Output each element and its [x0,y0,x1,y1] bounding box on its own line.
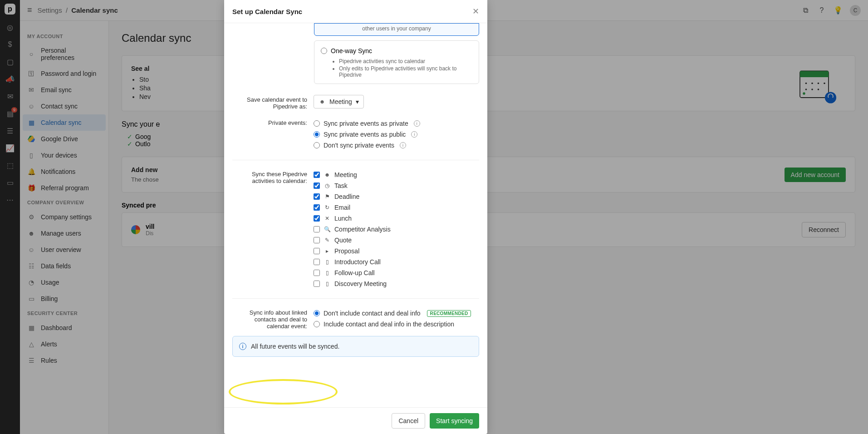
info-icon[interactable]: i [400,142,406,148]
modal-title: Set up Calendar Sync [232,8,302,15]
sync-option-selected[interactable]: other users in your company [314,23,479,36]
info-banner: i All future events will be synced. [232,336,479,357]
activity-row: ▯ Follow-up Call [314,267,479,278]
modal-body: other users in your company One-way Sync… [224,23,487,407]
activity-label: Proposal [334,247,359,255]
private-opt-label: Sync private events as private [324,120,408,127]
phone-icon: ▯ [324,258,331,266]
save-as-select[interactable]: ☻ Meeting ▾ [314,95,364,108]
linked-radio-dont[interactable] [314,310,320,316]
private-events-label: Private events: [232,118,307,151]
activity-checkbox[interactable] [314,237,320,243]
activity-label: Lunch [334,215,352,222]
linked-info-label: Sync info about linked contacts and deal… [232,308,307,330]
info-icon: i [239,343,246,350]
activity-checkbox[interactable] [314,248,320,254]
people-icon: ☻ [319,98,326,105]
oneway-bullet: Only edits to Pipedrive activities will … [339,65,472,78]
save-as-label: Save calendar event to Pipedrive as: [232,95,307,110]
save-as-value: Meeting [329,98,352,105]
sync-option-note: other users in your company [321,25,472,32]
linked-opt-label: Include contact and deal info in the des… [324,321,454,328]
activity-checkbox[interactable] [314,193,320,200]
activity-checkbox[interactable] [314,182,320,189]
activity-row: ▯ Discovery Meeting [314,278,479,289]
activity-checkbox[interactable] [314,226,320,232]
start-syncing-button[interactable]: Start syncing [430,413,479,429]
info-banner-text: All future events will be synced. [251,343,339,350]
info-icon[interactable]: i [414,120,420,127]
private-radio-private[interactable] [314,120,320,127]
activity-row: ▸ Proposal [314,246,479,256]
private-events-row: Private events: Sync private events as p… [232,116,479,157]
activity-label: Meeting [334,171,357,178]
activity-row: ☻ Meeting [314,169,479,180]
linked-radio-include[interactable] [314,321,320,327]
clock-icon: ◷ [324,182,331,189]
activity-label: Introductory Call [334,258,381,266]
activity-checkbox[interactable] [314,204,320,211]
cancel-button[interactable]: Cancel [392,413,425,429]
linked-opt-label: Don't include contact and deal info [324,310,421,317]
mail-icon: ↻ [324,204,331,211]
activity-row: ◷ Task [314,180,479,191]
private-radio-public[interactable] [314,131,320,138]
activity-row: ✕ Lunch [314,213,479,224]
modal-header: Set up Calendar Sync ✕ [224,0,487,23]
activity-label: Quote [334,237,352,244]
phone-icon: ▯ [324,280,331,287]
oneway-title: One-way Sync [331,47,372,54]
activity-label: Follow-up Call [334,269,375,276]
activities-label: Sync these Pipedrive activities to calen… [232,169,307,289]
oneway-radio[interactable] [321,48,327,54]
flag-icon: ⚑ [324,193,331,200]
private-opt-label: Don't sync private events [324,142,394,149]
activity-label: Competitor Analysis [334,226,391,233]
activity-row: ↻ Email [314,202,479,213]
activity-row: 🔍 Competitor Analysis [314,224,479,235]
doc-icon: ▸ [324,247,331,255]
activity-checkbox[interactable] [314,259,320,265]
activity-checkbox[interactable] [314,215,320,222]
activity-row: ▯ Introductory Call [314,256,479,267]
info-icon[interactable]: i [411,131,417,138]
activity-checkbox[interactable] [314,172,320,178]
activity-checkbox[interactable] [314,270,320,276]
pencil-icon: ✎ [324,237,331,244]
people-icon: ☻ [324,171,331,178]
activity-row: ⚑ Deadline [314,191,479,202]
activity-label: Discovery Meeting [334,280,387,287]
modal-footer: Cancel Start syncing [224,407,487,434]
phone-icon: ▯ [324,269,331,276]
sync-option-oneway[interactable]: One-way Sync Pipedrive activities sync t… [314,40,479,84]
chevron-down-icon: ▾ [356,98,359,105]
recommended-badge: RECOMMENDED [427,310,471,317]
activity-label: Deadline [334,193,359,200]
lens-icon: 🔍 [324,226,331,233]
oneway-bullet: Pipedrive activities sync to calendar [339,58,472,64]
save-as-row: Save calendar event to Pipedrive as: ☻ M… [232,89,479,116]
linked-info-row: Sync info about linked contacts and deal… [232,301,479,336]
activities-row: Sync these Pipedrive activities to calen… [232,163,479,296]
private-opt-label: Sync private events as public [324,131,406,138]
activity-checkbox[interactable] [314,281,320,287]
private-radio-dont[interactable] [314,142,320,148]
highlight-annotation [229,379,338,404]
activity-row: ✎ Quote [314,235,479,246]
fork-icon: ✕ [324,215,331,222]
calendar-sync-modal: Set up Calendar Sync ✕ other users in yo… [224,0,487,434]
activity-label: Email [334,204,350,211]
activity-label: Task [334,182,348,189]
close-icon[interactable]: ✕ [472,6,479,16]
